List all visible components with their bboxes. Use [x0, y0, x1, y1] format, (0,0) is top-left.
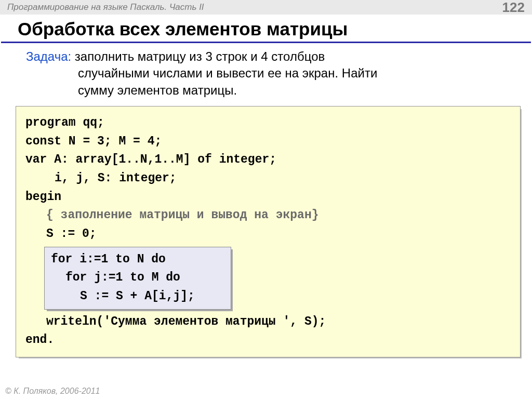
code-line: i, j, S: integer; — [25, 169, 511, 188]
code-line: var A: array[1..N,1..M] of integer; — [25, 153, 276, 166]
code-line: end. — [25, 333, 54, 347]
task-line1: заполнить матрицу из 3 строк и 4 столбцо… — [71, 49, 325, 63]
highlight-box: for i:=1 to N do for j:=1 to M do S := S… — [44, 247, 231, 310]
page-title: Обработка всех элементов матрицы — [1, 15, 531, 43]
code-line: begin — [25, 190, 61, 204]
code-comment: { заполнение матрицы и вывод на экран} — [25, 206, 511, 225]
code-line: writeln('Сумма элементов матрицы ', S); — [25, 313, 511, 331]
code-box: program qq; const N = 3; M = 4; var A: a… — [16, 106, 521, 357]
task-block: Задача: заполнить матрицу из 3 строк и 4… — [0, 43, 532, 104]
code-block: program qq; const N = 3; M = 4; var A: a… — [16, 106, 521, 357]
code-line: const N = 3; M = 4; — [25, 135, 162, 148]
code-line: for j:=1 to M do — [51, 269, 224, 287]
task-line3: сумму элементов матрицы. — [26, 82, 513, 99]
task-label: Задача: — [26, 49, 71, 63]
task-line2: случайными числами и вывести ее на экран… — [26, 65, 513, 82]
code-line: for i:=1 to N do — [51, 250, 224, 269]
breadcrumb-bar: Программирование на языке Паскаль. Часть… — [0, 0, 532, 15]
code-line: S := S + A[i,j]; — [51, 287, 224, 306]
page-number: 122 — [502, 0, 525, 16]
highlight-block: for i:=1 to N do for j:=1 to M do S := S… — [44, 247, 231, 310]
code-line: S := 0; — [25, 225, 511, 244]
breadcrumb: Программирование на языке Паскаль. Часть… — [7, 2, 204, 12]
code-line: program qq; — [25, 116, 104, 129]
copyright: © К. Поляков, 2006-2011 — [0, 384, 532, 399]
